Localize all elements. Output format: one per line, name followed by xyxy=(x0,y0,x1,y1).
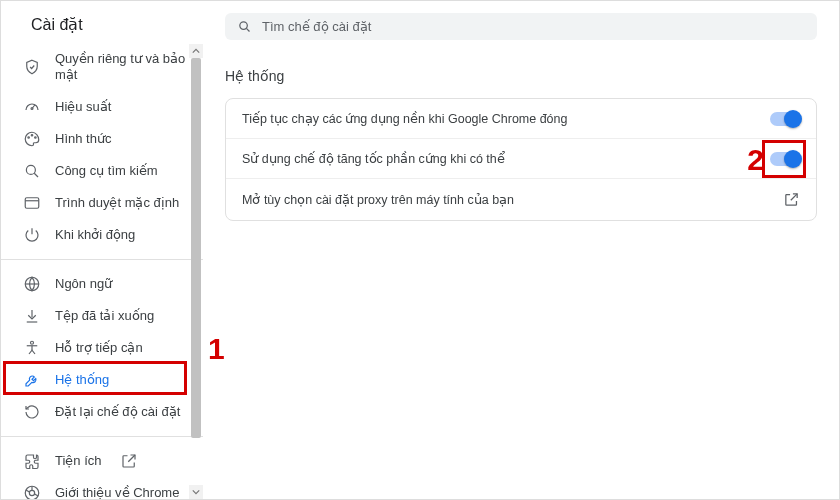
sidebar-nav: Quyền riêng tư và bảo mật Hiệu suất Hình… xyxy=(1,44,203,499)
scroll-thumb[interactable] xyxy=(191,58,201,438)
sidebar-item-label: Hiệu suất xyxy=(55,99,111,114)
svg-point-12 xyxy=(29,490,34,495)
sidebar-divider xyxy=(1,436,203,437)
settings-sidebar: Cài đặt Quyền riêng tư và bảo mật Hiệu s… xyxy=(1,1,203,499)
reset-icon xyxy=(23,403,41,421)
sidebar-item-downloads[interactable]: Tệp đã tải xuống xyxy=(1,300,203,332)
svg-rect-8 xyxy=(25,197,39,208)
sidebar-item-label: Trình duyệt mặc định xyxy=(55,195,179,210)
row-proxy-settings[interactable]: Mở tùy chọn cài đặt proxy trên máy tính … xyxy=(226,178,816,220)
sidebar-item-appearance[interactable]: Hình thức xyxy=(1,123,203,155)
wrench-icon xyxy=(23,371,41,389)
toggle-hardware-acceleration[interactable] xyxy=(770,152,800,166)
sidebar-header: Cài đặt xyxy=(1,1,203,44)
row-label: Sử dụng chế độ tăng tốc phần cứng khi có… xyxy=(242,151,505,166)
sidebar-item-default-browser[interactable]: Trình duyệt mặc định xyxy=(1,187,203,219)
row-background-apps: Tiếp tục chạy các ứng dụng nền khi Googl… xyxy=(226,99,816,138)
chrome-outline-icon xyxy=(23,484,41,500)
toggle-background-apps[interactable] xyxy=(770,112,800,126)
power-icon xyxy=(23,226,41,244)
scroll-down-button[interactable] xyxy=(189,485,203,499)
scroll-up-button[interactable] xyxy=(189,44,203,58)
sidebar-item-accessibility[interactable]: Hỗ trợ tiếp cận xyxy=(1,332,203,364)
svg-point-13 xyxy=(240,22,248,30)
puzzle-icon xyxy=(23,452,41,470)
sidebar-item-languages[interactable]: Ngôn ngữ xyxy=(1,268,203,300)
search-icon xyxy=(23,162,41,180)
open-in-new-icon xyxy=(783,191,800,208)
row-label: Tiếp tục chạy các ứng dụng nền khi Googl… xyxy=(242,111,567,126)
row-label: Mở tùy chọn cài đặt proxy trên máy tính … xyxy=(242,192,514,207)
svg-point-4 xyxy=(28,136,30,138)
sidebar-item-label: Tiện ích xyxy=(55,453,102,468)
svg-point-10 xyxy=(31,341,34,344)
sidebar-item-system[interactable]: Hệ thống xyxy=(1,364,203,396)
speedometer-icon xyxy=(23,98,41,116)
sidebar-item-on-startup[interactable]: Khi khởi động xyxy=(1,219,203,251)
accessibility-icon xyxy=(23,339,41,357)
system-settings-card: Tiếp tục chạy các ứng dụng nền khi Googl… xyxy=(225,98,817,221)
sidebar-item-label: Hình thức xyxy=(55,131,111,146)
sidebar-item-label: Khi khởi động xyxy=(55,227,135,242)
sidebar-item-extensions[interactable]: Tiện ích xyxy=(1,445,203,477)
row-hardware-acceleration: Sử dụng chế độ tăng tốc phần cứng khi có… xyxy=(226,138,816,178)
sidebar-item-about[interactable]: Giới thiệu về Chrome xyxy=(1,477,203,500)
palette-icon xyxy=(23,130,41,148)
svg-point-6 xyxy=(35,136,37,138)
sidebar-item-reset[interactable]: Đặt lại chế độ cài đặt xyxy=(1,396,203,428)
sidebar-divider xyxy=(1,259,203,260)
sidebar-item-performance[interactable]: Hiệu suất xyxy=(1,91,203,123)
sidebar-item-label: Giới thiệu về Chrome xyxy=(55,485,179,499)
settings-main: Tìm chế độ cài đặt Hệ thống Tiếp tục chạ… xyxy=(203,1,839,499)
sidebar-item-label: Tệp đã tải xuống xyxy=(55,308,154,323)
sidebar-item-label: Quyền riêng tư và bảo mật xyxy=(55,51,203,84)
open-in-new-icon xyxy=(120,452,138,470)
shield-icon xyxy=(23,58,41,76)
annotation-number-2: 2 xyxy=(747,143,764,177)
svg-point-5 xyxy=(31,134,33,136)
sidebar-item-label: Hỗ trợ tiếp cận xyxy=(55,340,143,355)
globe-icon xyxy=(23,275,41,293)
search-placeholder: Tìm chế độ cài đặt xyxy=(262,19,371,34)
sidebar-item-label: Hệ thống xyxy=(55,372,109,387)
page-title: Cài đặt xyxy=(31,15,83,34)
sidebar-item-search-engine[interactable]: Công cụ tìm kiếm xyxy=(1,155,203,187)
browser-window-icon xyxy=(23,194,41,212)
search-icon xyxy=(237,19,252,34)
sidebar-item-label: Đặt lại chế độ cài đặt xyxy=(55,404,180,419)
svg-point-7 xyxy=(26,165,35,174)
section-title: Hệ thống xyxy=(225,68,817,84)
sidebar-item-privacy[interactable]: Quyền riêng tư và bảo mật xyxy=(1,44,203,91)
download-icon xyxy=(23,307,41,325)
sidebar-item-label: Công cụ tìm kiếm xyxy=(55,163,158,178)
sidebar-scrollbar[interactable] xyxy=(189,44,203,499)
sidebar-item-label: Ngôn ngữ xyxy=(55,276,112,291)
settings-search-input[interactable]: Tìm chế độ cài đặt xyxy=(225,13,817,40)
